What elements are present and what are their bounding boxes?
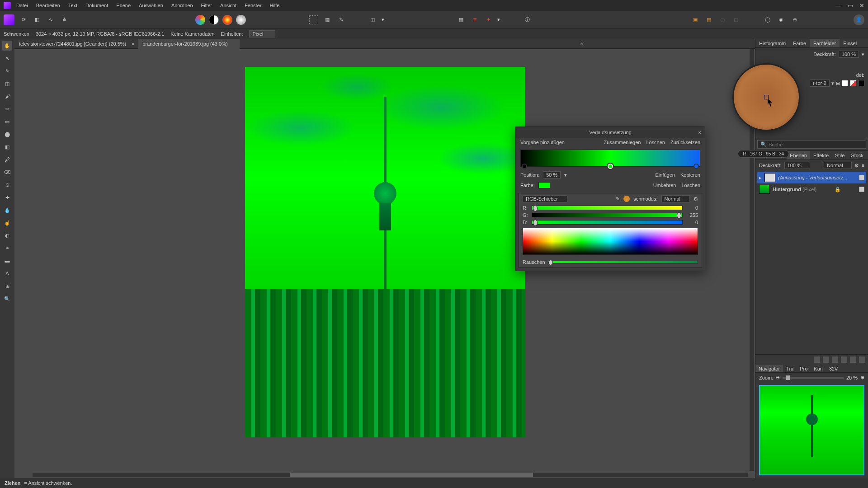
panel-tab-farbfelder[interactable]: Farbfelder bbox=[810, 39, 840, 47]
swatch-none[interactable] bbox=[850, 80, 856, 86]
panel-tab-stile[interactable]: Stile bbox=[832, 151, 848, 160]
quick-mask-icon[interactable]: ✎ bbox=[336, 15, 345, 24]
zoom-tool-icon[interactable]: 🔍 bbox=[2, 294, 12, 304]
menu-dokument[interactable]: Dokument bbox=[85, 3, 108, 8]
menu-datei[interactable]: Datei bbox=[16, 3, 28, 8]
panel-tab-effekte[interactable]: Effekte bbox=[810, 151, 832, 160]
delete-stop-button[interactable]: Löschen bbox=[681, 183, 700, 188]
noise-slider[interactable] bbox=[548, 261, 698, 263]
color-picker-tool-icon[interactable]: ✎ bbox=[2, 66, 12, 76]
pencil-tool-icon[interactable]: ✏ bbox=[2, 104, 12, 114]
layer-opacity-value[interactable]: 100 % bbox=[784, 162, 810, 169]
insert-button[interactable]: Einfügen bbox=[656, 172, 675, 178]
eyedropper-icon[interactable]: ✎ bbox=[616, 196, 620, 202]
gear-icon[interactable]: ⚙ bbox=[693, 196, 698, 202]
marquee-tool-icon[interactable]: ▭ bbox=[2, 117, 12, 127]
pen-tool-icon[interactable]: ✒ bbox=[2, 243, 12, 253]
menu-fenster[interactable]: Fenster bbox=[245, 3, 261, 8]
circles-icon[interactable]: ◉ bbox=[777, 15, 786, 24]
panel-tab-farbe[interactable]: Farbe bbox=[789, 39, 810, 47]
flood-tool-icon[interactable]: ⬤ bbox=[2, 129, 12, 139]
panel-tab-tra[interactable]: Tra bbox=[783, 365, 797, 372]
b-slider[interactable] bbox=[532, 220, 683, 225]
blur-tool-icon[interactable]: 💧 bbox=[2, 205, 12, 215]
grid-icon[interactable]: ▦ bbox=[457, 15, 466, 24]
color-spectrum[interactable] bbox=[523, 228, 698, 255]
menu-bearbeiten[interactable]: Bearbeiten bbox=[36, 3, 60, 8]
menu-icon[interactable]: ≡ bbox=[862, 163, 864, 168]
panel-tab-pinsel[interactable]: Pinsel bbox=[840, 39, 860, 47]
g-slider[interactable] bbox=[532, 213, 683, 217]
blend-mode-select[interactable]: Normal bbox=[824, 162, 851, 169]
circle-icon[interactable]: ◯ bbox=[763, 15, 772, 24]
zoom-slider[interactable] bbox=[783, 377, 844, 379]
menu-anordnen[interactable]: Anordnen bbox=[171, 3, 193, 8]
lock-icon[interactable]: 🔒 bbox=[835, 187, 841, 192]
info-icon[interactable]: ⓘ bbox=[523, 15, 532, 24]
fx-icon[interactable] bbox=[832, 357, 838, 363]
layer-visible-checkbox[interactable]: ✓ bbox=[859, 175, 864, 180]
shape-tool-icon[interactable]: ▬ bbox=[2, 256, 12, 266]
paint-tool-icon[interactable]: 🖍 bbox=[2, 155, 12, 164]
gradient-tool-icon[interactable]: ◧ bbox=[2, 142, 12, 152]
delete-layer-icon[interactable] bbox=[859, 357, 865, 363]
swatch-group-select[interactable]: r-tor-2 bbox=[810, 80, 830, 87]
zoom-out-icon[interactable]: ⊖ bbox=[776, 375, 780, 380]
brush-tool-icon[interactable]: 🖌 bbox=[2, 91, 12, 101]
window-minimize-icon[interactable]: — bbox=[835, 2, 841, 9]
dropdown-caret-icon[interactable]: ▾ bbox=[497, 17, 500, 23]
wand-icon[interactable]: ✦ bbox=[484, 15, 493, 24]
window-maximize-icon[interactable]: ▭ bbox=[848, 2, 853, 9]
layer-row[interactable]: Hintergrund (Pixel) 🔒 ✓ bbox=[757, 183, 866, 195]
scrollbar-horizontal[interactable] bbox=[33, 473, 748, 477]
swatch[interactable] bbox=[842, 80, 848, 86]
expand-icon[interactable]: ▸ bbox=[759, 175, 762, 181]
document-tab[interactable]: brandenburger-tor-201939.jpg (43,0%) × bbox=[138, 39, 239, 49]
search-input[interactable]: 🔍 Suche bbox=[757, 140, 866, 149]
position-value[interactable]: 50 % bbox=[543, 171, 561, 178]
r-value[interactable]: 0 bbox=[685, 205, 698, 211]
dropdown-caret-icon[interactable]: ▾ bbox=[382, 17, 384, 23]
adjust-icon[interactable] bbox=[823, 357, 829, 363]
document-image[interactable] bbox=[245, 67, 525, 437]
layer-visible-checkbox[interactable]: ✓ bbox=[859, 187, 864, 192]
persona-photo-icon[interactable] bbox=[195, 15, 205, 25]
panel-tab-32v[interactable]: 32V bbox=[826, 365, 841, 372]
copy-button[interactable]: Kopieren bbox=[680, 172, 700, 178]
zoom-value[interactable]: 20 % bbox=[846, 375, 858, 380]
document-tab[interactable]: television-tower-7244801.jpg [Geändert] … bbox=[14, 39, 138, 49]
gear-icon[interactable]: ⚙ bbox=[854, 163, 859, 169]
dropdown-caret-icon[interactable]: ▾ bbox=[831, 80, 834, 86]
zoom-in-icon[interactable]: ⊕ bbox=[860, 375, 864, 380]
crop-icon[interactable]: ◫ bbox=[368, 15, 377, 24]
menu-text[interactable]: Text bbox=[68, 3, 77, 8]
stack2-icon[interactable]: ▤ bbox=[704, 15, 713, 24]
panel-tab-ebenen[interactable]: Ebenen bbox=[787, 151, 810, 160]
dodge-tool-icon[interactable]: ◐ bbox=[2, 230, 12, 240]
opacity-value[interactable]: 100 % bbox=[839, 51, 859, 58]
reload-icon[interactable]: ⟳ bbox=[19, 15, 28, 24]
persona-liquify-icon[interactable] bbox=[209, 15, 219, 25]
tab-close-icon[interactable]: × bbox=[580, 41, 583, 47]
stack-icon[interactable]: ▣ bbox=[691, 15, 700, 24]
color-swatch[interactable] bbox=[538, 182, 550, 188]
arrow-tool-icon[interactable]: ↖ bbox=[2, 53, 12, 63]
swatch[interactable] bbox=[858, 80, 864, 86]
mask-icon[interactable] bbox=[814, 357, 820, 363]
grid-view-icon[interactable]: ⊞ bbox=[836, 80, 840, 86]
panel-tab-navigator[interactable]: Navigator bbox=[755, 365, 783, 372]
smudge-tool-icon[interactable]: ☝ bbox=[2, 218, 12, 228]
crop-tool-icon[interactable]: ◫ bbox=[2, 79, 12, 89]
add-preset-button[interactable]: Vorgabe hinzufügen bbox=[520, 140, 565, 145]
dropdown-caret-icon[interactable]: ▾ bbox=[862, 52, 864, 57]
dropdown-caret-icon[interactable]: ▾ bbox=[564, 172, 567, 178]
menu-auswaehlen[interactable]: Auswählen bbox=[139, 3, 163, 8]
eraser-tool-icon[interactable]: ⌫ bbox=[2, 167, 12, 177]
persona-export-icon[interactable] bbox=[236, 15, 246, 25]
merge-button[interactable]: Zusammenlegen bbox=[604, 140, 641, 145]
panel-tab-histogramm[interactable]: Histogramm bbox=[755, 39, 789, 47]
menu-hilfe[interactable]: Hilfe bbox=[269, 3, 279, 8]
wave-icon[interactable]: ∿ bbox=[46, 15, 55, 24]
menu-ansicht[interactable]: Ansicht bbox=[220, 3, 236, 8]
r-slider[interactable] bbox=[532, 206, 683, 210]
